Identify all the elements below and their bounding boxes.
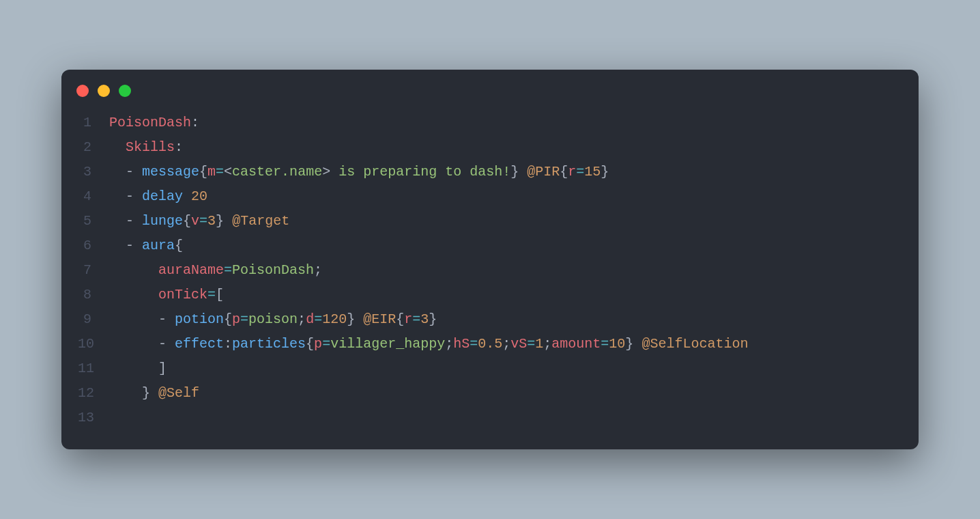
line-content[interactable]: PoisonDash: (109, 111, 902, 135)
code-token: onTick (158, 287, 207, 303)
code-token: - (126, 238, 142, 253)
code-token: = (412, 311, 420, 327)
code-token: } (216, 213, 232, 229)
line-content[interactable]: ] (109, 356, 902, 381)
code-token: 20 (191, 188, 207, 204)
code-token: hS (453, 336, 470, 352)
code-window: 1PoisonDash:2 Skills:3 - message{m=<cast… (61, 70, 919, 449)
code-token (109, 336, 158, 352)
code-line[interactable]: 13 (78, 406, 902, 430)
code-token: { (175, 238, 183, 253)
line-content[interactable]: Skills: (109, 135, 902, 160)
line-number: 5 (78, 209, 109, 234)
code-token: villager_happy (330, 336, 445, 352)
code-token: : (224, 336, 232, 352)
line-number: 11 (78, 356, 109, 381)
code-token: amount (551, 336, 601, 352)
line-number: 4 (78, 184, 109, 209)
zoom-icon[interactable] (119, 85, 131, 97)
code-line[interactable]: 7 auraName=PoisonDash; (78, 258, 902, 283)
code-token: = (314, 311, 322, 327)
code-token: aura (142, 238, 175, 253)
line-content[interactable]: - effect:particles{p=villager_happy;hS=0… (109, 332, 902, 356)
line-content[interactable]: - lunge{v=3} @Target (109, 209, 902, 234)
line-content[interactable]: - aura{ (109, 234, 902, 258)
code-token: p (232, 311, 240, 327)
code-token: { (224, 311, 232, 327)
code-token (109, 139, 126, 155)
code-token: message (142, 164, 199, 180)
code-token: is preparing to dash! (330, 164, 510, 180)
code-line[interactable]: 5 - lunge{v=3} @Target (78, 209, 902, 234)
code-token: [ (216, 287, 224, 303)
code-line[interactable]: 3 - message{m=<caster.name> is preparing… (78, 160, 902, 184)
code-token (109, 164, 126, 180)
code-token: 15 (584, 164, 601, 180)
code-token: 3 (420, 311, 429, 327)
code-token: auraName (158, 262, 224, 278)
line-content[interactable]: } @Self (109, 381, 902, 406)
code-token: @Self (158, 385, 199, 401)
code-token (109, 262, 158, 278)
code-token: particles (232, 336, 306, 352)
code-token: PoisonDash (109, 115, 191, 130)
code-token: = (207, 287, 216, 303)
line-content[interactable]: - delay 20 (109, 184, 902, 209)
line-content[interactable]: - potion{p=poison;d=120} @EIR{r=3} (109, 307, 902, 332)
code-token: m (207, 164, 216, 180)
code-token: ; (445, 336, 453, 352)
code-token: @SelfLocation (642, 336, 748, 352)
code-token: } (510, 164, 527, 180)
code-line[interactable]: 9 - potion{p=poison;d=120} @EIR{r=3} (78, 307, 902, 332)
code-token: = (601, 336, 609, 352)
code-token: v (191, 213, 199, 229)
line-content[interactable]: - message{m=<caster.name> is preparing t… (109, 160, 902, 184)
code-line[interactable]: 11 ] (78, 356, 902, 381)
code-token: r (404, 311, 412, 327)
code-token: } (429, 311, 437, 327)
code-token: 3 (207, 213, 216, 229)
code-token: = (322, 336, 330, 352)
code-line[interactable]: 6 - aura{ (78, 234, 902, 258)
code-token: } (142, 385, 158, 401)
code-editor[interactable]: 1PoisonDash:2 Skills:3 - message{m=<cast… (61, 104, 919, 430)
line-number: 1 (78, 111, 109, 135)
line-content[interactable]: auraName=PoisonDash; (109, 258, 902, 283)
line-content[interactable]: onTick=[ (109, 283, 902, 307)
line-number: 6 (78, 234, 109, 258)
line-number: 9 (78, 307, 109, 332)
close-icon[interactable] (76, 85, 89, 97)
code-line[interactable]: 12 } @Self (78, 381, 902, 406)
code-token: = (240, 311, 248, 327)
line-number: 7 (78, 258, 109, 283)
code-token: : (175, 139, 183, 155)
line-number: 3 (78, 160, 109, 184)
line-number: 2 (78, 135, 109, 160)
code-token: - (126, 188, 142, 204)
code-token: Skills (126, 139, 175, 155)
code-token: - (126, 164, 142, 180)
code-token: p (314, 336, 322, 352)
code-token: 120 (322, 311, 347, 327)
code-token: : (191, 115, 199, 130)
code-token: { (199, 164, 207, 180)
code-line[interactable]: 1PoisonDash: (78, 111, 902, 135)
code-token (109, 311, 158, 327)
code-token: { (396, 311, 404, 327)
code-token (109, 213, 126, 229)
code-token: delay (142, 188, 191, 204)
code-line[interactable]: 8 onTick=[ (78, 283, 902, 307)
code-token: poison (248, 311, 298, 327)
code-token: PoisonDash (232, 262, 314, 278)
code-token: ; (298, 311, 306, 327)
code-token: { (560, 164, 568, 180)
code-line[interactable]: 2 Skills: (78, 135, 902, 160)
code-line[interactable]: 10 - effect:particles{p=villager_happy;h… (78, 332, 902, 356)
code-token: - (158, 311, 175, 327)
code-token: caster.name (232, 164, 322, 180)
code-line[interactable]: 4 - delay 20 (78, 184, 902, 209)
code-token: } (625, 336, 642, 352)
line-content[interactable] (109, 406, 902, 430)
code-token: @EIR (363, 311, 396, 327)
minimize-icon[interactable] (98, 85, 110, 97)
